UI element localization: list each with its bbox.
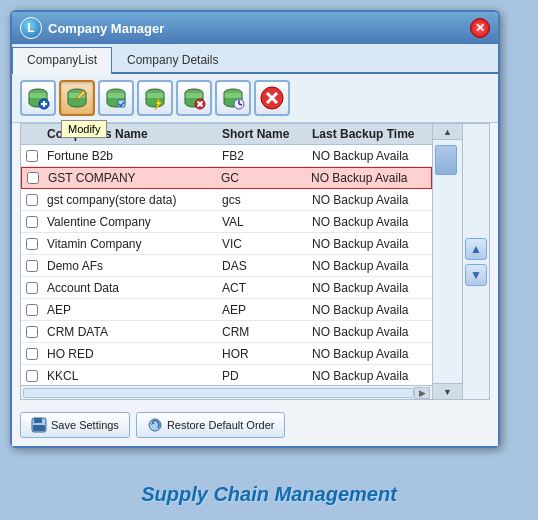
save-button[interactable] — [98, 80, 134, 116]
h-scroll-track[interactable] — [23, 388, 414, 398]
tab-bar: CompanyList Company Details — [12, 44, 498, 74]
window-title: Company Manager — [48, 21, 164, 36]
row-short: PD — [222, 369, 312, 383]
row-checkbox[interactable] — [26, 238, 38, 250]
save-settings-button[interactable]: Save Settings — [20, 412, 130, 438]
row-company: GST COMPANY — [44, 171, 221, 185]
row-short: ACT — [222, 281, 312, 295]
h-scrollbar[interactable]: ▶ — [21, 385, 432, 399]
table-row[interactable]: AEP AEP NO Backup Availa — [21, 299, 432, 321]
row-backup: NO Backup Availa — [311, 171, 431, 185]
row-company: gst company(store data) — [43, 193, 222, 207]
row-checkbox[interactable] — [26, 150, 38, 162]
row-checkbox[interactable] — [27, 172, 39, 184]
row-checkbox-cell — [21, 304, 43, 316]
table-row[interactable]: Fortune B2b FB2 NO Backup Availa — [21, 145, 432, 167]
table-row[interactable]: Demo AFs DAS NO Backup Availa — [21, 255, 432, 277]
table-row[interactable]: gst company(store data) gcs NO Backup Av… — [21, 189, 432, 211]
row-short: VIC — [222, 237, 312, 251]
modify-button[interactable]: Modify — [59, 80, 95, 116]
row-checkbox[interactable] — [26, 304, 38, 316]
svg-rect-23 — [34, 418, 42, 423]
table-row[interactable]: Vitamin Company VIC NO Backup Availa — [21, 233, 432, 255]
svg-line-18 — [239, 104, 242, 105]
bottom-bar: Save Settings Restore Default Order — [12, 404, 498, 446]
row-company: CRM DATA — [43, 325, 222, 339]
row-checkbox-cell — [21, 150, 43, 162]
move-down-button[interactable]: ▼ — [465, 264, 487, 286]
th-backup: Last Backup Time — [312, 127, 432, 141]
tab-company-details[interactable]: Company Details — [112, 47, 233, 72]
modify-db-icon — [65, 86, 89, 110]
lightning-button[interactable] — [137, 80, 173, 116]
table-row[interactable]: GST COMPANY GC NO Backup Availa — [21, 167, 432, 189]
h-scroll-right[interactable]: ▶ — [414, 387, 430, 399]
row-checkbox-cell — [21, 238, 43, 250]
main-window: L Company Manager ✕ CompanyList Company … — [10, 10, 500, 448]
move-up-button[interactable]: ▲ — [465, 238, 487, 260]
row-short: gcs — [222, 193, 312, 207]
lightning-icon — [143, 86, 167, 110]
scroll-down-button[interactable]: ▼ — [433, 383, 462, 399]
table-row[interactable]: KKCL PD NO Backup Availa — [21, 365, 432, 385]
modify-tooltip: Modify — [61, 120, 107, 138]
row-short: AEP — [222, 303, 312, 317]
delete-db-icon — [182, 86, 206, 110]
delete-button[interactable] — [176, 80, 212, 116]
row-backup: NO Backup Availa — [312, 347, 432, 361]
close-button[interactable]: ✕ — [470, 18, 490, 38]
row-checkbox-cell — [21, 370, 43, 382]
row-company: Account Data — [43, 281, 222, 295]
tab-company-list[interactable]: CompanyList — [12, 47, 112, 74]
row-short: CRM — [222, 325, 312, 339]
row-company: Demo AFs — [43, 259, 222, 273]
th-check — [21, 127, 43, 141]
row-company: Vitamin Company — [43, 237, 222, 251]
row-company: Valentine Company — [43, 215, 222, 229]
row-checkbox-cell — [21, 326, 43, 338]
save-settings-icon — [31, 417, 47, 433]
row-backup: NO Backup Availa — [312, 193, 432, 207]
clock-button[interactable] — [215, 80, 251, 116]
row-checkbox[interactable] — [26, 348, 38, 360]
row-short: DAS — [222, 259, 312, 273]
table-row[interactable]: Valentine Company VAL NO Backup Availa — [21, 211, 432, 233]
row-checkbox[interactable] — [26, 326, 38, 338]
cancel-button[interactable] — [254, 80, 290, 116]
clock-icon — [221, 86, 245, 110]
row-checkbox[interactable] — [26, 260, 38, 272]
table-row[interactable]: CRM DATA CRM NO Backup Availa — [21, 321, 432, 343]
save-db-icon — [104, 86, 128, 110]
restore-icon — [147, 417, 163, 433]
table-row[interactable]: Account Data ACT NO Backup Availa — [21, 277, 432, 299]
footer-text: Supply Chain Management — [0, 483, 538, 506]
row-backup: NO Backup Availa — [312, 259, 432, 273]
row-backup: NO Backup Availa — [312, 325, 432, 339]
row-backup: NO Backup Availa — [312, 281, 432, 295]
row-checkbox-cell — [21, 282, 43, 294]
row-company: AEP — [43, 303, 222, 317]
row-backup: NO Backup Availa — [312, 149, 432, 163]
row-checkbox-cell — [21, 216, 43, 228]
scroll-up-button[interactable]: ▲ — [433, 124, 462, 140]
toolbar: Modify — [12, 74, 498, 123]
row-checkbox-cell — [21, 194, 43, 206]
row-checkbox[interactable] — [26, 216, 38, 228]
table-body: Fortune B2b FB2 NO Backup Availa GST COM… — [21, 145, 432, 385]
row-short: GC — [221, 171, 311, 185]
row-checkbox[interactable] — [26, 370, 38, 382]
restore-order-button[interactable]: Restore Default Order — [136, 412, 286, 438]
row-checkbox[interactable] — [26, 194, 38, 206]
th-short: Short Name — [222, 127, 312, 141]
add-button[interactable] — [20, 80, 56, 116]
title-bar: L Company Manager ✕ — [12, 12, 498, 44]
row-company: KKCL — [43, 369, 222, 383]
svg-rect-24 — [33, 425, 45, 431]
table-row[interactable]: HO RED HOR NO Backup Availa — [21, 343, 432, 365]
row-short: VAL — [222, 215, 312, 229]
row-checkbox[interactable] — [26, 282, 38, 294]
row-company: HO RED — [43, 347, 222, 361]
v-scroll-thumb[interactable] — [435, 145, 457, 175]
row-backup: NO Backup Availa — [312, 303, 432, 317]
row-checkbox-cell — [21, 348, 43, 360]
